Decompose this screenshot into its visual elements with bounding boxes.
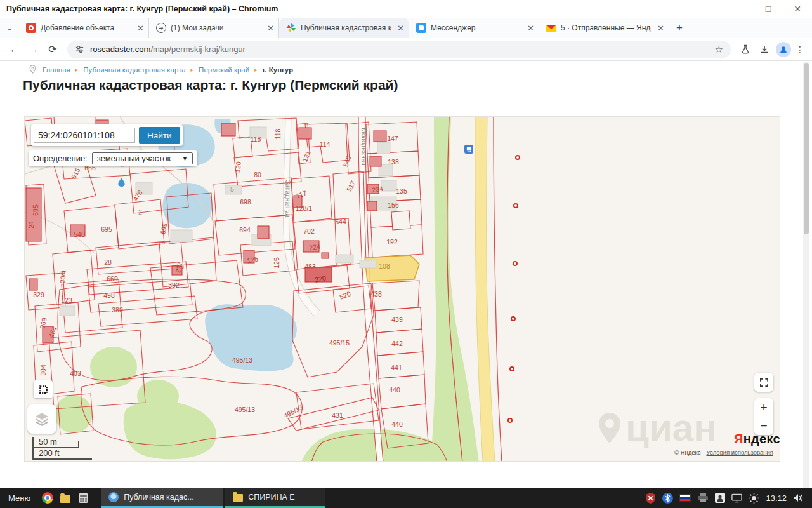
labs-flask-icon[interactable] [736, 44, 755, 55]
back-button[interactable]: ← [5, 40, 24, 59]
page-title: Публичная кадастровая карта: г. Кунгур (… [23, 77, 398, 93]
taskbar-window-cadastral[interactable]: Публичная кадас... [101, 488, 223, 508]
file-manager-icon[interactable] [56, 489, 74, 507]
scale-imperial: 200 ft [32, 448, 92, 460]
volume-icon[interactable] [793, 493, 804, 503]
cian-pin-icon [599, 413, 620, 443]
definition-label: Определение: [33, 154, 88, 163]
bluetooth-icon[interactable] [662, 493, 673, 504]
parcel-label: 669 [107, 275, 118, 283]
terms-link[interactable]: Условия использования [707, 449, 773, 456]
parcel-label: 118 [274, 129, 282, 140]
parcel-label: 5 [230, 185, 234, 193]
tab-close-icon[interactable]: ✕ [525, 23, 536, 33]
yandex-logo[interactable]: Яндекс [734, 432, 780, 446]
tab-close-icon[interactable]: ✕ [655, 23, 666, 33]
breadcrumb-map-link[interactable]: Публичная кадастровая карта [83, 66, 185, 74]
parcel-label: 220 [314, 274, 327, 283]
site-info-icon[interactable] [75, 44, 84, 54]
find-button[interactable]: Найти [139, 127, 180, 144]
measure-icon [38, 384, 49, 395]
add-object-favicon [26, 23, 36, 33]
security-shield-icon[interactable] [645, 493, 656, 504]
parcel-label: 389 [112, 306, 123, 314]
minimize-button[interactable]: – [724, 0, 754, 18]
parcel-label: 544 [335, 218, 346, 225]
parcel-label: 515 [70, 166, 82, 180]
tab-strip: ⌄ Добавление объекта ✕ ➜ (1) Мои задачи … [0, 18, 812, 38]
parcel-label: 439 [391, 316, 403, 323]
maximize-button[interactable]: □ [754, 0, 783, 18]
parcel-label: 695 [32, 204, 39, 216]
scale-metric: 50 m [32, 437, 79, 448]
parcel-label: 237 [174, 261, 184, 274]
parcel-label: 128/1 [296, 204, 312, 212]
cian-watermark: циан [599, 406, 716, 450]
bookmark-star-icon[interactable]: ☆ [715, 44, 723, 55]
parcel-label: 123 [61, 297, 72, 304]
address-bar[interactable]: roscadaster.com/map/permskij-kraj/kungur… [67, 41, 731, 58]
parcel-label: 495/13 [235, 406, 255, 413]
parcel-label: 442 [391, 340, 403, 347]
zoom-in-button[interactable]: + [754, 398, 773, 417]
zoom-controls: + − [754, 398, 773, 435]
display-icon[interactable] [731, 493, 742, 503]
messenger-favicon [416, 23, 426, 33]
page-scrollbar[interactable] [803, 62, 809, 488]
tab-cadastral-map-active[interactable]: Публичная кадастровая кар ✕ [279, 18, 409, 38]
parcel-label: 20/4 [58, 270, 67, 284]
cadastral-map[interactable]: 6665155066952454069547826992820/46692373… [24, 116, 780, 462]
tab-close-icon[interactable]: ✕ [135, 23, 146, 33]
download-icon[interactable] [755, 44, 774, 55]
close-button[interactable]: ✕ [783, 0, 812, 18]
folder-icon [233, 494, 243, 502]
scrollbar-thumb[interactable] [804, 63, 809, 234]
definition-select[interactable]: земельный участок ▼ [92, 152, 193, 164]
chromium-launcher-icon[interactable] [39, 489, 56, 507]
tab-close-icon[interactable]: ✕ [265, 23, 276, 33]
layers-icon [34, 411, 50, 427]
parcel-label: 438 [370, 290, 382, 298]
user-session-icon[interactable] [715, 493, 725, 503]
parcel-label: 702 [303, 227, 315, 235]
reload-button[interactable]: ⟳ [43, 40, 62, 59]
cadastral-point-marker [509, 366, 514, 371]
tab-search-chevron-icon[interactable]: ⌄ [0, 18, 19, 38]
parcel-label: 495/13 [282, 403, 304, 420]
tab-yandex-mail[interactable]: 5 · Отправленные — Яндекс ✕ [539, 18, 669, 38]
cadastral-point-marker [508, 418, 513, 423]
cadastral-point-marker [515, 155, 520, 160]
breadcrumb-home-link[interactable]: Главная [43, 66, 70, 74]
tab-my-tasks[interactable]: ➜ (1) Мои задачи ✕ [149, 18, 279, 38]
cadastral-point-marker [511, 316, 516, 321]
tab-add-object[interactable]: Добавление объекта ✕ [19, 18, 149, 38]
ru-keyboard-flag-icon[interactable] [679, 494, 691, 502]
new-tab-button[interactable]: + [669, 18, 690, 38]
browser-menu-icon[interactable]: ⋮ [793, 44, 807, 55]
taskbar-window-folder[interactable]: СПИРИНА Е [225, 488, 325, 508]
tasks-favicon: ➜ [156, 23, 166, 33]
parcel-label: 392 [168, 281, 180, 289]
clock: 13:12 [766, 493, 787, 503]
profile-avatar[interactable] [776, 42, 791, 57]
cadastral-number-input[interactable] [34, 128, 135, 143]
layers-button[interactable] [27, 404, 56, 434]
calculator-icon[interactable] [74, 489, 92, 507]
fullscreen-button[interactable] [754, 373, 773, 392]
forward-button[interactable]: → [24, 40, 43, 59]
tab-messenger[interactable]: Мессенджер ✕ [409, 18, 539, 38]
parcel-label: 699 [159, 222, 168, 235]
parcel-label: 80 [254, 171, 261, 178]
brightness-icon[interactable] [749, 493, 759, 504]
breadcrumb-region-link[interactable]: Пермский край [199, 66, 249, 74]
parcel-label: 969 [38, 317, 48, 330]
parcel-label: 304 [39, 364, 47, 376]
tab-close-icon[interactable]: ✕ [395, 23, 406, 33]
parcel-label: 329 [33, 291, 44, 298]
printer-icon[interactable] [697, 493, 709, 502]
taskbar-menu-button[interactable]: Меню [0, 493, 39, 503]
chevron-down-icon: ▼ [182, 156, 188, 162]
breadcrumb-arrow-icon: ▸ [254, 67, 258, 73]
measure-tool-button[interactable] [34, 380, 53, 398]
parcel-label: 431 [332, 411, 343, 419]
